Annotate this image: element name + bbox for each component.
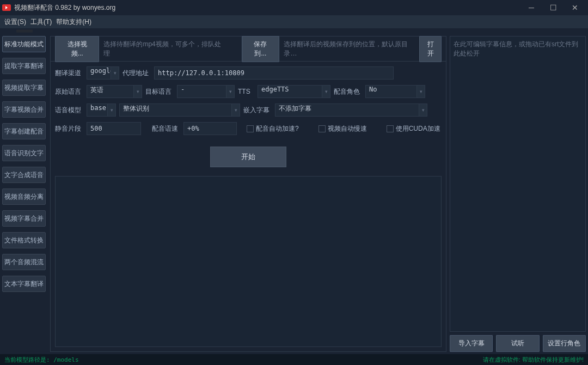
sidebar-item-standard[interactable]: 标准功能模式 bbox=[2, 36, 46, 52]
window-title: 视频翻译配音 0.982 by wonyes.org bbox=[14, 3, 520, 13]
auto-accel-checkbox[interactable]: 配音自动加速? bbox=[247, 124, 299, 133]
save-to-button[interactable]: 保存到... bbox=[242, 36, 280, 62]
sidebar-item-sub-dub[interactable]: 字幕创建配音 bbox=[2, 123, 46, 139]
menu-tools[interactable]: 工具(T) bbox=[30, 17, 52, 27]
maximize-button[interactable]: ☐ bbox=[542, 0, 564, 15]
minimize-button[interactable]: ─ bbox=[520, 0, 542, 15]
select-video-button[interactable]: 选择视频... bbox=[55, 36, 99, 62]
tgtlang-select[interactable]: - bbox=[177, 85, 226, 98]
channel-label: 翻译渠道 bbox=[55, 69, 83, 78]
subtitle-edit-area[interactable]: 在此可编辑字幕信息，或拖动已有srt文件到此处松开 bbox=[450, 36, 586, 332]
chevron-down-icon[interactable]: ▾ bbox=[226, 85, 235, 98]
sidebar-item-asr[interactable]: 语音识别文字 bbox=[2, 145, 46, 161]
recognize-select[interactable]: 整体识别 bbox=[119, 104, 231, 117]
sidebar-item-av-sep[interactable]: 视频音频分离 bbox=[2, 188, 46, 205]
chevron-down-icon[interactable]: ▾ bbox=[107, 104, 116, 117]
embed-label: 嵌入字幕 bbox=[243, 106, 272, 115]
chevron-down-icon[interactable]: ▾ bbox=[231, 104, 240, 117]
open-button[interactable]: 打开 bbox=[419, 36, 442, 62]
tts-select[interactable]: edgeTTS bbox=[258, 85, 322, 98]
auto-accel-label: 配音自动加速? bbox=[256, 124, 299, 133]
sidebar-item-vs-merge[interactable]: 视频字幕合并 bbox=[2, 210, 46, 227]
menu-help[interactable]: 帮助支持(H) bbox=[56, 17, 91, 27]
channel-select[interactable]: google bbox=[87, 66, 111, 80]
set-line-role-button[interactable]: 设置行角色 bbox=[543, 335, 586, 352]
sidebar-item-video-extract[interactable]: 视频提取字幕 bbox=[2, 80, 46, 96]
auto-slow-checkbox[interactable]: 视频自动慢速 bbox=[318, 124, 367, 133]
silence-label: 静音片段 bbox=[55, 124, 83, 133]
cuda-label: 使用CUDA加速 bbox=[396, 124, 440, 133]
sidebar-item-tts[interactable]: 文字合成语音 bbox=[2, 167, 46, 183]
role-select[interactable]: No bbox=[365, 85, 416, 98]
role-label: 配音角色 bbox=[334, 87, 362, 96]
silence-input[interactable] bbox=[87, 122, 141, 135]
srclang-select[interactable]: 英语 bbox=[87, 85, 133, 98]
sidebar-item-text-trans[interactable]: 文本字幕翻译 bbox=[2, 276, 46, 292]
sidebar-item-extract-trans[interactable]: 提取字幕翻译 bbox=[2, 58, 46, 74]
sidebar-item-convert[interactable]: 文件格式转换 bbox=[2, 232, 46, 248]
srclang-label: 原始语言 bbox=[55, 87, 83, 96]
chevron-down-icon[interactable]: ▾ bbox=[111, 66, 119, 80]
select-video-hint: 选择待翻译的mp4视频，可多个，排队处理 bbox=[103, 40, 222, 58]
chevron-down-icon[interactable]: ▾ bbox=[133, 85, 142, 98]
import-subtitle-button[interactable]: 导入字幕 bbox=[450, 335, 493, 352]
close-button[interactable]: ✕ bbox=[564, 0, 586, 15]
chevron-down-icon[interactable]: ▾ bbox=[322, 85, 330, 98]
proxy-label: 代理地址 bbox=[122, 69, 151, 78]
sidebar: 标准功能模式 提取字幕翻译 视频提取字幕 字幕视频合并 字幕创建配音 语音识别文… bbox=[0, 34, 48, 354]
chevron-down-icon[interactable]: ▾ bbox=[419, 104, 427, 117]
drag-handle-icon bbox=[16, 30, 33, 32]
tgtlang-label: 目标语言 bbox=[145, 87, 174, 96]
speed-input[interactable] bbox=[183, 122, 237, 135]
auto-slow-label: 视频自动慢速 bbox=[328, 124, 367, 133]
speed-label: 配音语速 bbox=[152, 124, 180, 133]
model-select[interactable]: base bbox=[87, 104, 107, 117]
save-to-hint: 选择翻译后的视频保存到的位置，默认原目录… bbox=[284, 40, 415, 58]
log-area bbox=[55, 176, 442, 347]
tts-label: TTS bbox=[238, 88, 254, 95]
status-left: 当前模型路径是: /models bbox=[4, 356, 79, 364]
status-right: 请在虚拟软件: 帮助软件保持更新维护! bbox=[483, 356, 584, 364]
proxy-input[interactable] bbox=[154, 66, 394, 80]
cuda-checkbox[interactable]: 使用CUDA加速 bbox=[387, 124, 440, 133]
start-button[interactable]: 开始 bbox=[210, 147, 286, 167]
sidebar-item-mix[interactable]: 两个音频混流 bbox=[2, 254, 46, 270]
embed-select[interactable]: 不添加字幕 bbox=[275, 104, 419, 117]
menu-settings[interactable]: 设置(S) bbox=[4, 17, 26, 27]
model-label: 语音模型 bbox=[55, 106, 83, 115]
listen-button[interactable]: 试听 bbox=[496, 335, 539, 352]
app-icon bbox=[2, 4, 11, 11]
chevron-down-icon[interactable]: ▾ bbox=[416, 85, 425, 98]
sidebar-item-sub-merge[interactable]: 字幕视频合并 bbox=[2, 101, 46, 118]
